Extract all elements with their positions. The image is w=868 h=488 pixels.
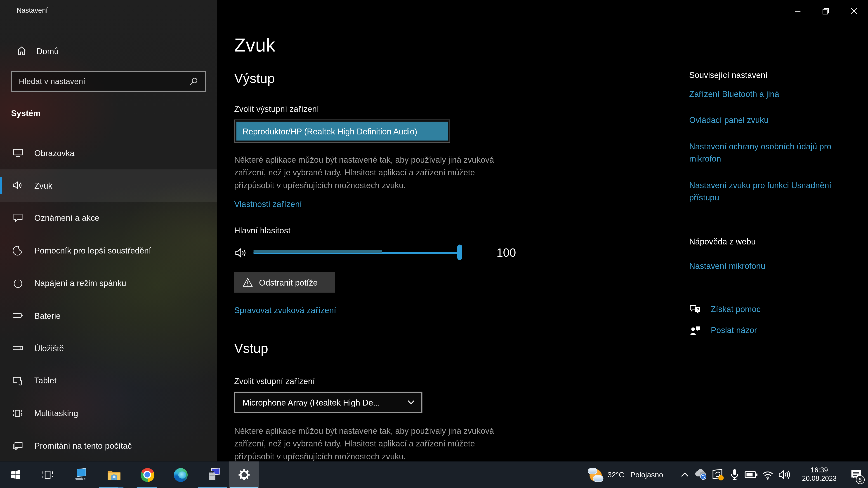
rotation-lock-icon[interactable] bbox=[710, 461, 726, 488]
output-device-selected[interactable]: Reproduktor/HP (Realtek High Definition … bbox=[237, 122, 448, 140]
window-title: Nastavení bbox=[17, 6, 48, 14]
weather-temp: 32°C bbox=[608, 470, 624, 479]
weather-widget[interactable]: 32°C Polojasno bbox=[588, 467, 663, 482]
volume-speaker-icon[interactable] bbox=[234, 246, 249, 260]
task-view-button[interactable] bbox=[31, 461, 64, 488]
clock-time: 16:39 bbox=[797, 466, 842, 475]
help-from-web-header: Nápověda z webu bbox=[689, 237, 756, 246]
sidebar-item-promitani[interactable]: Promítání na tento počítač bbox=[0, 429, 217, 462]
input-section-header: Vstup bbox=[234, 341, 268, 357]
chrome-icon[interactable] bbox=[131, 461, 164, 488]
search-input[interactable] bbox=[12, 77, 189, 86]
volume-tray-icon[interactable] bbox=[776, 461, 793, 488]
sidebar-item-label: Zvuk bbox=[34, 181, 53, 190]
send-feedback-label[interactable]: Poslat názor bbox=[711, 324, 757, 336]
sidebar-item-label: Pomocník pro lepší soustředění bbox=[34, 246, 151, 255]
notification-badge: 5 bbox=[856, 475, 865, 484]
notification-bubble-icon bbox=[12, 213, 23, 223]
sidebar-item-baterie[interactable]: Baterie bbox=[0, 299, 217, 332]
device-properties-link[interactable]: Vlastnosti zařízení bbox=[234, 199, 302, 209]
troubleshoot-label: Odstranit potíže bbox=[259, 278, 318, 287]
sidebar-item-tablet[interactable]: Tablet bbox=[0, 364, 217, 397]
output-section-header: Výstup bbox=[234, 71, 275, 86]
get-help-row[interactable]: ? Získat pomoc bbox=[689, 303, 761, 315]
input-device-selected: Microphone Array (Realtek High De... bbox=[243, 398, 380, 407]
home-icon bbox=[17, 46, 26, 56]
microphone-setup-link[interactable]: Nastavení mikrofonu bbox=[689, 260, 765, 272]
settings-search bbox=[11, 71, 206, 92]
sidebar-home-label: Domů bbox=[37, 46, 59, 56]
remote-desktop-app-icon[interactable] bbox=[64, 461, 97, 488]
sidebar-item-oznameni[interactable]: Oznámení a akce bbox=[0, 202, 217, 234]
computer-app-icon[interactable] bbox=[197, 461, 229, 488]
sidebar-nav: Obrazovka Zvuk Oznámení a akce bbox=[0, 137, 217, 462]
sound-control-panel-link[interactable]: Ovládací panel zvuku bbox=[689, 114, 769, 126]
settings-app-taskbar-button[interactable] bbox=[229, 461, 259, 488]
drive-icon bbox=[12, 343, 23, 354]
troubleshoot-button[interactable]: Odstranit potíže bbox=[234, 272, 335, 293]
master-volume-label: Hlavní hlasitost bbox=[234, 226, 290, 235]
sidebar-item-home[interactable]: Domů bbox=[11, 41, 206, 61]
project-icon bbox=[12, 440, 23, 451]
sidebar-item-label: Baterie bbox=[34, 311, 61, 320]
onedrive-cloud-icon[interactable] bbox=[693, 461, 710, 488]
sidebar-item-pomocnik[interactable]: Pomocník pro lepší soustředění bbox=[0, 234, 217, 267]
running-indicator bbox=[137, 487, 157, 488]
window-caption-buttons bbox=[783, 0, 868, 22]
battery-icon[interactable] bbox=[743, 461, 760, 488]
power-icon bbox=[12, 278, 23, 289]
input-device-combobox[interactable]: Microphone Array (Realtek High De... bbox=[234, 392, 423, 413]
sidebar-item-label: Oznámení a akce bbox=[34, 213, 99, 223]
sidebar-item-obrazovka[interactable]: Obrazovka bbox=[0, 137, 217, 169]
send-feedback-row[interactable]: Poslat názor bbox=[689, 324, 757, 336]
running-indicator bbox=[118, 487, 123, 488]
chevron-down-icon bbox=[407, 400, 414, 404]
master-volume-slider-row: 100 bbox=[234, 244, 566, 262]
moon-icon bbox=[12, 245, 23, 256]
microphone-icon[interactable] bbox=[726, 461, 743, 488]
speaker-icon bbox=[12, 180, 23, 191]
running-indicator bbox=[230, 487, 258, 488]
file-explorer-icon[interactable] bbox=[97, 461, 131, 488]
manage-sound-devices-link[interactable]: Spravovat zvuková zařízení bbox=[234, 305, 336, 315]
close-button[interactable] bbox=[840, 0, 868, 22]
ease-of-access-audio-link[interactable]: Nastavení zvuku pro funkci Usnadnění pří… bbox=[689, 179, 831, 203]
sidebar-item-label: Tablet bbox=[34, 376, 57, 385]
page-title: Zvuk bbox=[234, 34, 275, 56]
bluetooth-devices-link[interactable]: Zařízení Bluetooth a jiná bbox=[689, 88, 779, 100]
volume-track-fill bbox=[254, 250, 382, 253]
running-indicator bbox=[198, 487, 227, 488]
taskbar-clock[interactable]: 16:39 20.08.2023 bbox=[797, 466, 842, 483]
svg-text:?: ? bbox=[696, 307, 700, 312]
minimize-button[interactable] bbox=[783, 0, 811, 22]
tablet-icon bbox=[12, 375, 23, 386]
search-icon[interactable] bbox=[189, 77, 198, 86]
get-help-label[interactable]: Získat pomoc bbox=[711, 303, 761, 315]
multitask-icon bbox=[12, 408, 23, 419]
sidebar-item-label: Promítání na tento počítač bbox=[34, 441, 132, 451]
volume-value: 100 bbox=[497, 246, 516, 260]
output-device-combobox[interactable]: Reproduktor/HP (Realtek High Definition … bbox=[234, 120, 450, 143]
sidebar-item-label: Napájení a režim spánku bbox=[34, 278, 126, 288]
feedback-icon bbox=[689, 324, 702, 336]
wifi-icon[interactable] bbox=[760, 461, 776, 488]
sidebar-section-header: Systém bbox=[11, 108, 41, 118]
microphone-privacy-link[interactable]: Nastavení ochrany osobních údajů pro mik… bbox=[689, 140, 831, 165]
restore-button[interactable] bbox=[811, 0, 840, 22]
sidebar-item-uloziste[interactable]: Úložiště bbox=[0, 332, 217, 364]
clock-date: 20.08.2023 bbox=[797, 475, 842, 483]
sidebar: Nastavení Domů Systém bbox=[0, 0, 217, 461]
sidebar-item-label: Multitasking bbox=[34, 409, 78, 418]
volume-thumb[interactable] bbox=[457, 245, 462, 260]
related-settings-header: Související nastavení bbox=[689, 70, 768, 80]
edge-icon[interactable] bbox=[164, 461, 197, 488]
sidebar-item-multitasking[interactable]: Multitasking bbox=[0, 397, 217, 429]
output-device-label: Zvolit výstupní zařízení bbox=[234, 104, 319, 113]
tray-chevron-up-icon[interactable] bbox=[677, 461, 693, 488]
sidebar-item-zvuk[interactable]: Zvuk bbox=[0, 169, 217, 202]
start-button[interactable] bbox=[0, 461, 31, 488]
action-center-button[interactable]: 5 bbox=[844, 461, 868, 488]
sidebar-item-napajeni[interactable]: Napájení a režim spánku bbox=[0, 267, 217, 299]
input-device-label: Zvolit vstupní zařízení bbox=[234, 376, 315, 386]
input-description: Některé aplikace můžou být nastavené tak… bbox=[234, 424, 536, 462]
